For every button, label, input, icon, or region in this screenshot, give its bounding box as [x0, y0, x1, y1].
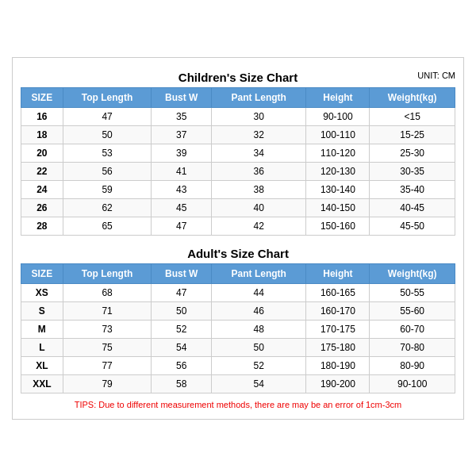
- table-cell: 54: [152, 338, 212, 356]
- table-cell: XXL: [21, 374, 63, 393]
- table-cell: 52: [152, 320, 212, 338]
- table-cell: 16: [21, 107, 63, 125]
- table-cell: 52: [212, 356, 306, 374]
- table-row: 1647353090-100<15: [21, 107, 455, 125]
- table-row: 24594338130-14035-40: [21, 180, 455, 198]
- table-cell: 32: [212, 125, 306, 144]
- table-cell: 140-150: [306, 198, 370, 217]
- col-top-length: Top Length: [63, 87, 152, 107]
- tips-text: TIPS: Due to different measurement metho…: [21, 398, 455, 411]
- table-cell: 37: [152, 125, 212, 144]
- table-cell: 56: [63, 162, 152, 180]
- table-row: 26624540140-15040-45: [21, 198, 455, 217]
- table-row: XXL795854190-20090-100: [21, 374, 455, 393]
- table-cell: 28: [21, 217, 63, 235]
- table-cell: 90-100: [306, 107, 370, 125]
- table-row: XL775652180-19080-90: [21, 356, 455, 374]
- table-cell: 24: [21, 180, 63, 198]
- table-cell: 50: [212, 338, 306, 356]
- table-cell: 26: [21, 198, 63, 217]
- table-cell: 68: [63, 283, 152, 301]
- table-cell: 130-140: [306, 180, 370, 198]
- table-cell: 62: [63, 198, 152, 217]
- children-section-title: Children's Size Chart UNIT: CM: [21, 66, 455, 87]
- table-cell: 150-160: [306, 217, 370, 235]
- table-cell: 15-25: [370, 125, 455, 144]
- children-title-text: Children's Size Chart: [178, 71, 298, 84]
- unit-label: UNIT: CM: [417, 71, 455, 80]
- table-cell: L: [21, 338, 63, 356]
- table-cell: 120-130: [306, 162, 370, 180]
- table-row: M735248170-17560-70: [21, 320, 455, 338]
- table-cell: XS: [21, 283, 63, 301]
- table-cell: 56: [152, 356, 212, 374]
- table-cell: 30: [212, 107, 306, 125]
- table-cell: 30-35: [370, 162, 455, 180]
- table-cell: 43: [152, 180, 212, 198]
- table-row: 20533934110-12025-30: [21, 144, 455, 162]
- adult-size-table: SIZE Top Length Bust W Pant Length Heigh…: [21, 263, 455, 393]
- table-cell: 160-165: [306, 283, 370, 301]
- table-cell: S: [21, 301, 63, 320]
- table-cell: 22: [21, 162, 63, 180]
- table-cell: 36: [212, 162, 306, 180]
- table-cell: 80-90: [370, 356, 455, 374]
- table-cell: 41: [152, 162, 212, 180]
- table-cell: 58: [152, 374, 212, 393]
- adult-col-size: SIZE: [21, 263, 63, 283]
- adult-col-bust-w: Bust W: [152, 263, 212, 283]
- table-row: XS684744160-16550-55: [21, 283, 455, 301]
- table-cell: 40-45: [370, 198, 455, 217]
- table-cell: 45-50: [370, 217, 455, 235]
- table-cell: M: [21, 320, 63, 338]
- table-cell: 90-100: [370, 374, 455, 393]
- table-cell: 50: [152, 301, 212, 320]
- table-cell: 35-40: [370, 180, 455, 198]
- table-cell: 160-170: [306, 301, 370, 320]
- adult-col-height: Height: [306, 263, 370, 283]
- table-cell: 110-120: [306, 144, 370, 162]
- table-cell: 39: [152, 144, 212, 162]
- col-pant-length: Pant Length: [212, 87, 306, 107]
- adult-title-text: Adult's Size Chart: [187, 247, 289, 260]
- table-cell: 50: [63, 125, 152, 144]
- table-cell: 100-110: [306, 125, 370, 144]
- table-cell: 47: [152, 283, 212, 301]
- adult-col-top-length: Top Length: [63, 263, 152, 283]
- table-cell: 60-70: [370, 320, 455, 338]
- table-row: 28654742150-16045-50: [21, 217, 455, 235]
- table-cell: 47: [152, 217, 212, 235]
- table-cell: 25-30: [370, 144, 455, 162]
- table-cell: 45: [152, 198, 212, 217]
- table-cell: <15: [370, 107, 455, 125]
- table-cell: 48: [212, 320, 306, 338]
- table-cell: 38: [212, 180, 306, 198]
- table-cell: 42: [212, 217, 306, 235]
- table-row: 22564136120-13030-35: [21, 162, 455, 180]
- table-cell: 175-180: [306, 338, 370, 356]
- col-size: SIZE: [21, 87, 63, 107]
- table-cell: 53: [63, 144, 152, 162]
- table-cell: 170-175: [306, 320, 370, 338]
- table-cell: 79: [63, 374, 152, 393]
- table-cell: 71: [63, 301, 152, 320]
- table-row: L755450175-18070-80: [21, 338, 455, 356]
- table-cell: 46: [212, 301, 306, 320]
- adult-header-row: SIZE Top Length Bust W Pant Length Heigh…: [21, 263, 455, 283]
- table-cell: 180-190: [306, 356, 370, 374]
- table-cell: 77: [63, 356, 152, 374]
- table-cell: 50-55: [370, 283, 455, 301]
- table-row: 18503732100-11015-25: [21, 125, 455, 144]
- table-cell: 190-200: [306, 374, 370, 393]
- table-cell: 20: [21, 144, 63, 162]
- col-bust-w: Bust W: [152, 87, 212, 107]
- col-weight: Weight(kg): [370, 87, 455, 107]
- children-header-row: SIZE Top Length Bust W Pant Length Heigh…: [21, 87, 455, 107]
- table-cell: 35: [152, 107, 212, 125]
- table-cell: 40: [212, 198, 306, 217]
- table-cell: 55-60: [370, 301, 455, 320]
- adult-col-weight: Weight(kg): [370, 263, 455, 283]
- adult-section-title: Adult's Size Chart: [21, 240, 455, 263]
- table-cell: 70-80: [370, 338, 455, 356]
- col-height: Height: [306, 87, 370, 107]
